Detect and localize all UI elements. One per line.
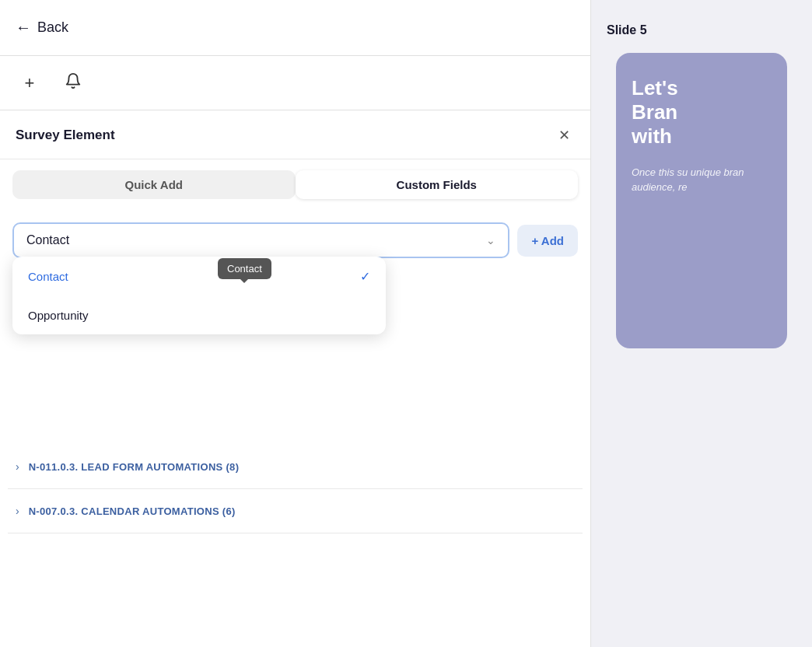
slide-body-text: Once this su unique bran audience, re [632, 165, 772, 195]
close-icon: ✕ [558, 127, 570, 144]
back-label: Back [37, 19, 68, 36]
slide-heading: Let's Bran with [632, 76, 772, 149]
dropdown-option-contact[interactable]: Contact ✓ [12, 257, 386, 296]
survey-panel: Survey Element ✕ Quick Add Custom Fields… [0, 110, 590, 647]
second-bar: + [0, 56, 590, 110]
back-arrow-icon: ← [16, 19, 31, 37]
plus-icon: + [25, 73, 35, 93]
section-label-lead-form: N-011.0.3. LEAD FORM AUTOMATIONS (8) [29, 461, 240, 473]
dropdown-arrow-icon: ⌄ [486, 234, 495, 247]
slide-card: Let's Bran with Once this su unique bran… [616, 53, 787, 348]
dropdown-area: Contact ⌄ + Add Contact ✓ Opportunity [0, 210, 590, 258]
close-button[interactable]: ✕ [553, 124, 575, 146]
back-button[interactable]: ← Back [16, 19, 68, 37]
bell-button[interactable] [59, 69, 87, 97]
panel-header: Survey Element ✕ [0, 110, 590, 159]
section-item-calendar[interactable]: › N-007.0.3. CALENDAR AUTOMATIONS (6) [8, 489, 583, 533]
contact-dropdown[interactable]: Contact ⌄ [12, 222, 509, 258]
left-panel: ← Back + Survey Element [0, 0, 591, 647]
section-label-calendar: N-007.0.3. CALENDAR AUTOMATIONS (6) [29, 505, 236, 517]
tab-quick-add[interactable]: Quick Add [12, 170, 296, 199]
opportunity-option-label: Opportunity [28, 309, 89, 322]
contact-tooltip: Contact [218, 258, 271, 279]
add-button-label: + Add [531, 234, 564, 247]
right-panel: Slide 5 Let's Bran with Once this su uni… [591, 0, 812, 647]
check-icon: ✓ [360, 269, 370, 284]
main-layout: ← Back + Survey Element [0, 0, 812, 647]
panel-title: Survey Element [16, 128, 115, 143]
bell-icon [65, 72, 82, 94]
chevron-right-icon-2: › [16, 505, 19, 517]
add-button[interactable]: + Add [517, 225, 578, 257]
dropdown-selected-value: Contact [26, 233, 69, 247]
tabs-row: Quick Add Custom Fields [0, 159, 590, 210]
top-bar: ← Back [0, 0, 590, 56]
slide-title: Slide 5 [591, 23, 647, 37]
tab-custom-fields[interactable]: Custom Fields [296, 170, 579, 199]
dropdown-menu: Contact ✓ Opportunity [12, 257, 386, 334]
section-list: › N-011.0.3. LEAD FORM AUTOMATIONS (8) ›… [0, 445, 590, 533]
plus-button[interactable]: + [16, 69, 44, 97]
chevron-right-icon: › [16, 460, 19, 473]
section-item-lead-form[interactable]: › N-011.0.3. LEAD FORM AUTOMATIONS (8) [8, 445, 583, 489]
contact-option-label: Contact [28, 270, 68, 283]
dropdown-option-opportunity[interactable]: Opportunity [12, 296, 386, 334]
